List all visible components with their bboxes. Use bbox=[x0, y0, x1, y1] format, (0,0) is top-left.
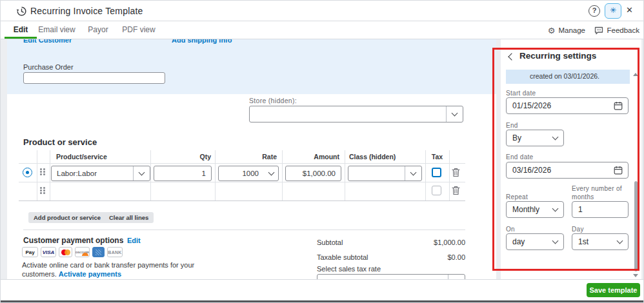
calendar-icon[interactable] bbox=[614, 101, 623, 110]
amount-input[interactable] bbox=[285, 166, 341, 181]
chevron-down-icon bbox=[448, 275, 465, 279]
col-header-qty: Qty bbox=[150, 150, 211, 163]
subtotal-value: $1,000.00 bbox=[434, 239, 465, 246]
applepay-icon: Pay bbox=[22, 247, 38, 257]
tab-email-view[interactable]: Email view bbox=[38, 21, 75, 39]
purchase-order-label: Purchase Order bbox=[23, 63, 74, 71]
add-shipping-link[interactable]: Add shipping info bbox=[172, 39, 232, 44]
chevron-down-icon bbox=[552, 237, 559, 244]
start-date-input[interactable] bbox=[506, 97, 629, 114]
invoice-edit-card: Edit Customer Add shipping info Purchase… bbox=[7, 39, 496, 279]
col-header-class: Class (hidden) bbox=[349, 150, 396, 163]
scroll-up-icon[interactable] bbox=[633, 73, 638, 76]
payment-edit-link[interactable]: Edit bbox=[127, 237, 141, 244]
bank-icon: BANK bbox=[107, 247, 123, 257]
payment-options-title: Customer payment options bbox=[23, 236, 123, 245]
tab-payor-view[interactable]: Payor view bbox=[79, 21, 117, 39]
manage-button[interactable]: ⚙ Manage bbox=[548, 21, 585, 39]
help-icon[interactable]: ? bbox=[589, 5, 600, 17]
panel-title: Recurring settings bbox=[519, 51, 596, 61]
sales-tax-rate-select[interactable] bbox=[317, 274, 465, 279]
tax-checkbox[interactable] bbox=[432, 168, 441, 177]
main-area: Edit Customer Add shipping info Purchase… bbox=[1, 39, 644, 279]
col-header-product: Product/service bbox=[56, 150, 107, 163]
taxable-subtotal-label: Taxable subtotal bbox=[317, 253, 368, 261]
chevron-down-icon bbox=[133, 166, 150, 181]
start-date-label: Start date bbox=[506, 90, 536, 97]
every-months-label: Every number of bbox=[572, 185, 622, 192]
purchase-order-input[interactable] bbox=[23, 72, 165, 84]
tab-edit[interactable]: Edit bbox=[5, 21, 37, 39]
end-date-input[interactable] bbox=[506, 162, 629, 179]
chevron-down-icon bbox=[264, 173, 278, 175]
end-label: End bbox=[506, 122, 518, 129]
speech-bubble-icon bbox=[594, 26, 603, 35]
tab-pdf-view[interactable]: PDF view bbox=[121, 21, 157, 39]
product-section-title: Product or service bbox=[23, 137, 97, 147]
gear-icon: ⚙ bbox=[548, 26, 556, 35]
tax-checkbox[interactable] bbox=[432, 186, 441, 195]
rate-combo[interactable]: 1000 bbox=[218, 166, 279, 181]
day-select[interactable]: 1st bbox=[572, 233, 629, 250]
chevron-down-icon bbox=[552, 205, 559, 211]
save-template-button[interactable]: Save template bbox=[587, 283, 640, 297]
chevron-down-icon bbox=[552, 133, 559, 140]
drag-handle-icon[interactable] bbox=[40, 187, 45, 195]
calendar-icon[interactable] bbox=[614, 166, 623, 175]
chevron-down-icon bbox=[617, 237, 623, 244]
assistant-sparkle-icon[interactable]: ✳ bbox=[605, 3, 621, 19]
end-select[interactable]: By bbox=[506, 130, 564, 146]
repeat-select[interactable]: Monthly bbox=[506, 201, 564, 218]
activate-text-line2: customers. Activate payments bbox=[22, 270, 121, 278]
scroll-down-icon[interactable] bbox=[633, 274, 638, 277]
trash-icon[interactable] bbox=[452, 168, 460, 177]
visa-icon: VISA bbox=[41, 247, 56, 257]
store-select[interactable] bbox=[249, 106, 463, 122]
footer-bar: Save template bbox=[1, 279, 644, 298]
recurring-settings-panel: Recurring settings created on 03/01/2026… bbox=[501, 39, 641, 279]
day-label: Day bbox=[572, 226, 584, 233]
col-header-tax: Tax bbox=[425, 150, 449, 163]
edit-customer-link[interactable]: Edit Customer bbox=[23, 39, 72, 44]
view-tabbar: Edit Email view Payor view PDF view ⚙ Ma… bbox=[1, 21, 644, 39]
section-divider bbox=[23, 230, 465, 230]
subtotal-label: Subtotal bbox=[317, 239, 343, 246]
page-title: Recurring Invoice Template bbox=[30, 6, 143, 16]
amex-icon bbox=[92, 247, 105, 257]
activate-payments-link[interactable]: Activate payments bbox=[59, 270, 121, 278]
taxable-subtotal-value: $0.00 bbox=[447, 253, 465, 261]
window-bottom-edge bbox=[1, 300, 644, 302]
col-header-amount: Amount bbox=[282, 150, 339, 163]
add-product-button[interactable]: Add product or service bbox=[28, 212, 116, 223]
on-select[interactable]: day bbox=[506, 233, 564, 250]
trash-icon[interactable] bbox=[452, 186, 460, 195]
clear-all-lines-button[interactable]: Clear all lines bbox=[104, 212, 154, 223]
chevron-down-icon bbox=[446, 106, 463, 122]
sales-tax-rate-label: Select sales tax rate bbox=[317, 265, 381, 273]
activate-text-line1: Activate online card or bank transfer pa… bbox=[22, 261, 194, 269]
back-chevron-icon[interactable] bbox=[508, 53, 515, 60]
repeat-label: Repeat bbox=[506, 193, 528, 200]
window-header: Recurring Invoice Template ? ✳ ✕ bbox=[1, 1, 644, 21]
on-label: On bbox=[506, 226, 515, 233]
product-service-select[interactable]: Labor:Labor bbox=[51, 166, 150, 181]
payment-methods: Pay VISA DISCOVER BANK bbox=[22, 247, 123, 257]
store-label: Store (hidden): bbox=[249, 97, 297, 104]
qty-input[interactable] bbox=[154, 166, 212, 181]
end-date-label: End date bbox=[506, 153, 533, 161]
class-select[interactable] bbox=[348, 166, 422, 181]
recurring-invoice-window: Recurring Invoice Template ? ✳ ✕ Edit Em… bbox=[0, 0, 644, 303]
customer-section: Edit Customer Add shipping info Purchase… bbox=[7, 39, 496, 94]
schedule-info-box: created on 03/01/2026. bbox=[506, 70, 630, 84]
every-months-input[interactable] bbox=[572, 201, 629, 218]
feedback-button[interactable]: Feedback bbox=[594, 21, 639, 39]
discover-icon: DISCOVER bbox=[75, 247, 90, 257]
product-table: Product/service Qty Rate Amount Class (h… bbox=[19, 150, 465, 200]
row-target-icon[interactable] bbox=[23, 168, 32, 177]
col-header-rate: Rate bbox=[215, 150, 277, 163]
panel-scrollbar[interactable] bbox=[634, 181, 638, 271]
close-icon[interactable]: ✕ bbox=[626, 5, 633, 15]
every-months-label2: months bbox=[572, 193, 594, 200]
mastercard-icon bbox=[59, 247, 72, 257]
drag-handle-icon[interactable] bbox=[40, 168, 45, 177]
